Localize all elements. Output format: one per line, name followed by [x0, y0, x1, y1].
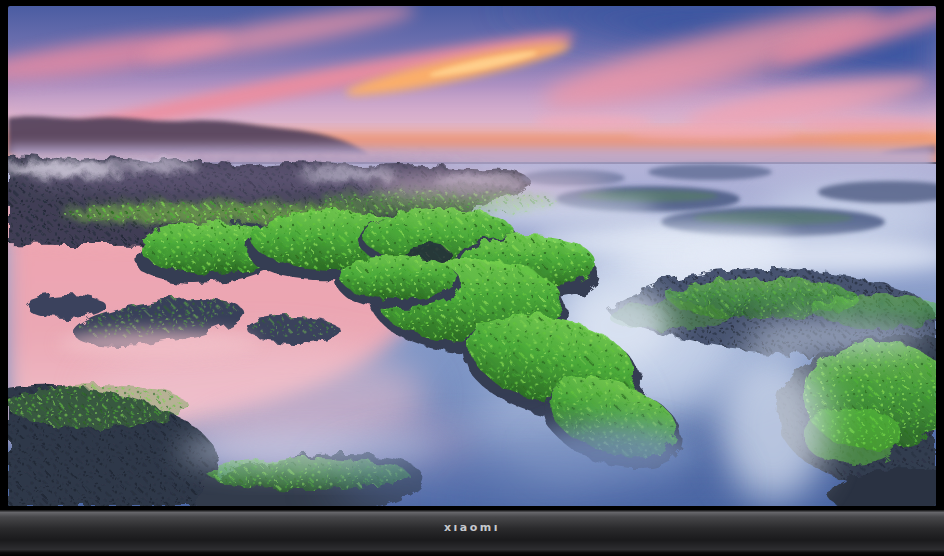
tv-bottom-bezel: xıaomı [0, 506, 944, 556]
tv-screen [8, 6, 936, 506]
islet-mist [58, 330, 258, 358]
xiaomi-logo: xıaomı [444, 521, 500, 535]
seascape-photo [8, 6, 936, 506]
tv-frame: xıaomı [0, 0, 944, 556]
